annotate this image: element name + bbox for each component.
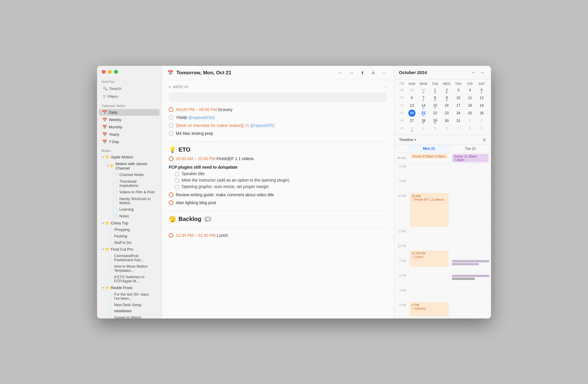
nav-next-button[interactable]: → — [347, 70, 355, 76]
sidebar-item-stuff-to-do[interactable]: 📄 Stuff to Do — [99, 240, 160, 246]
lunch-event[interactable]: 12:30 PM○ Lunch — [410, 251, 449, 267]
cal-day[interactable]: 7 — [420, 94, 427, 101]
sidebar-item-notes-child[interactable]: 📄 Notes — [99, 213, 160, 219]
sidebar-item-new-desk[interactable]: 📄 New Desk Setup — [99, 302, 160, 308]
cal-day[interactable]: 4 — [420, 125, 427, 132]
minimize-button[interactable] — [108, 70, 112, 74]
task-checkbox[interactable] — [169, 192, 173, 197]
grocery-event[interactable]: 4 PM○ Grocery — [410, 302, 449, 316]
cal-day[interactable]: 1 — [432, 87, 439, 94]
cal-day[interactable]: 7 — [455, 125, 462, 132]
finish-ef-event[interactable]: 10 AM○ Finish EF 1.1 videos — [410, 193, 449, 227]
task-checkbox[interactable] — [169, 233, 173, 238]
sidebar-item-prepping[interactable]: 📄 !Prepping — [99, 227, 160, 233]
cal-day[interactable]: 9 — [443, 94, 450, 101]
cal-day[interactable]: 25 — [467, 110, 474, 117]
filters-button[interactable]: ▽ Filters — [99, 93, 159, 100]
sidebar-group-china-trip[interactable]: ▾ 📁 China Trip — [99, 220, 160, 226]
task-checkbox[interactable] — [175, 178, 179, 183]
task-checkbox[interactable] — [169, 200, 173, 205]
task-link[interactable]: [Work on interview for maker station](↗) — [176, 123, 249, 128]
timeline-settings-icon[interactable]: ⚙ — [482, 137, 486, 142]
sidebar-item-handy-shortcuts[interactable]: 📄 Handy Shortcuts in Motion — [99, 196, 160, 206]
cal-day[interactable]: 16 — [443, 102, 450, 109]
font-button[interactable]: A — [370, 69, 377, 76]
sidebar-item-videos-to-film[interactable]: 📄 Videos to Film & Post — [99, 189, 160, 195]
sidebar-item-daily[interactable]: 📅 Daily — [99, 109, 160, 116]
item-label — [114, 310, 132, 312]
cal-day[interactable]: 18 — [467, 102, 474, 109]
cal-day-today[interactable]: 20 — [408, 110, 415, 117]
sidebar-item-7day[interactable]: 📅 7-Day — [99, 138, 160, 145]
cal-day[interactable]: 26 — [478, 110, 485, 117]
cal-day[interactable]: 12 — [478, 94, 485, 101]
cal-day[interactable]: 15 — [432, 102, 439, 109]
cal-day[interactable]: 10 — [455, 94, 462, 101]
sidebar-item-thumbnail-inspirations[interactable]: 📄 Thumbnail Inspirations — [99, 179, 160, 189]
sidebar-group-motion-james[interactable]: ▾ 📁 Motion with James Channel — [99, 161, 160, 171]
sidebar-item-if-eto[interactable]: 📄 If ETO Switches to FCP/Apple M... — [99, 274, 160, 284]
task-checkbox[interactable] — [169, 115, 173, 120]
sidebar-group-fcp[interactable]: ▾ 📁 Final Cut Pro — [99, 246, 160, 252]
cal-day[interactable]: 19 — [478, 102, 485, 109]
cal-day[interactable]: 3 — [455, 87, 462, 94]
task-checkbox[interactable] — [175, 185, 179, 190]
cal-day[interactable]: 23 — [443, 110, 450, 117]
cal-day-selected[interactable]: 21 — [420, 110, 427, 117]
sidebar-item-yearly[interactable]: 📅 Yearly — [99, 131, 160, 138]
sidebar-item-games-to-watch[interactable]: 📄 Games to Watch — [99, 315, 160, 318]
cal-day[interactable]: 8 — [432, 94, 439, 101]
sidebar-item-redacted[interactable]: 📄 — [99, 308, 160, 314]
more-button[interactable]: ··· — [380, 69, 388, 76]
cal-day[interactable]: 22 — [432, 110, 439, 117]
sidebar-item-monthly[interactable]: 📅 Monthly — [99, 124, 160, 130]
search-button[interactable]: 🔍 Search — [99, 85, 159, 92]
maximize-button[interactable] — [114, 70, 118, 74]
cal-day[interactable]: 6 — [443, 125, 450, 132]
sidebar-group-reddit[interactable]: ▾ 📁 Reddit Posts — [99, 285, 160, 291]
cal-day[interactable]: 8 — [467, 125, 474, 132]
cal-day[interactable]: 30 — [443, 117, 450, 124]
nav-prev-button[interactable]: ← — [336, 70, 344, 76]
cal-day[interactable]: 2 — [443, 87, 450, 94]
sidebar-item-packing[interactable]: 📄 Packing — [99, 233, 160, 239]
cal-day[interactable]: 29 — [432, 117, 439, 124]
cal-day[interactable]: 14 — [420, 102, 427, 109]
cal-day[interactable]: 6 — [408, 94, 415, 101]
sidebar-item-weekly[interactable]: 📅 Weekly — [99, 116, 160, 123]
cal-day[interactable]: 13 — [408, 102, 415, 109]
cal-day[interactable]: 29 — [408, 87, 415, 94]
cal-day[interactable]: 4 — [467, 87, 474, 94]
task-checkbox[interactable] — [169, 131, 173, 136]
week-header[interactable]: ▾ WEEK 43 → — [169, 85, 387, 89]
sidebar-item-channel-notes[interactable]: 📄 Channel Notes — [99, 172, 160, 178]
sidebar-item-how-to-move[interactable]: 📄 How to Move Motion Templates... — [99, 264, 160, 274]
cal-next-button[interactable]: → — [478, 69, 486, 76]
cal-day[interactable]: 3 — [408, 125, 415, 132]
share-button[interactable]: ⬆ — [358, 69, 367, 76]
cal-day[interactable]: 17 — [455, 102, 462, 109]
cal-day[interactable]: 11 — [467, 94, 474, 101]
cal-day[interactable]: 30 — [420, 87, 427, 94]
sidebar-item-for-last-30[interactable]: 📄 For the last 30+ days, I've been... — [99, 291, 160, 301]
cal-day[interactable]: 28 — [420, 117, 427, 124]
cal-day[interactable]: 1 — [467, 117, 474, 124]
cal-day[interactable]: 9 — [478, 125, 485, 132]
cal-day[interactable]: 31 — [455, 117, 462, 124]
cal-day[interactable]: 27 — [408, 117, 415, 124]
cal-day[interactable]: 24 — [455, 110, 462, 117]
task-checkbox[interactable] — [169, 123, 173, 128]
sidebar-item-learning[interactable]: 📄 Learning — [99, 207, 160, 213]
close-button[interactable] — [102, 70, 106, 74]
cal-prev-button[interactable]: ← — [470, 69, 478, 76]
cal-day[interactable]: 5 — [432, 125, 439, 132]
honey-right-event[interactable]: Honey 11:30am-7:30pm — [452, 154, 489, 162]
sidebar-group-apple-motion[interactable]: ▾ 📁 Apple Motion — [99, 154, 160, 160]
sidebar-item-commandpost[interactable]: 📄 CommandPost Pasteboard Assi... — [99, 253, 160, 263]
task-checkbox[interactable] — [175, 172, 179, 177]
cal-day[interactable]: 5 — [478, 87, 485, 94]
task-checkbox[interactable] — [169, 107, 173, 112]
task-checkbox[interactable] — [169, 156, 173, 161]
cal-day[interactable]: 2 — [478, 117, 485, 124]
honey-event[interactable]: Honey 8:30am-4:30pm — [411, 154, 447, 159]
